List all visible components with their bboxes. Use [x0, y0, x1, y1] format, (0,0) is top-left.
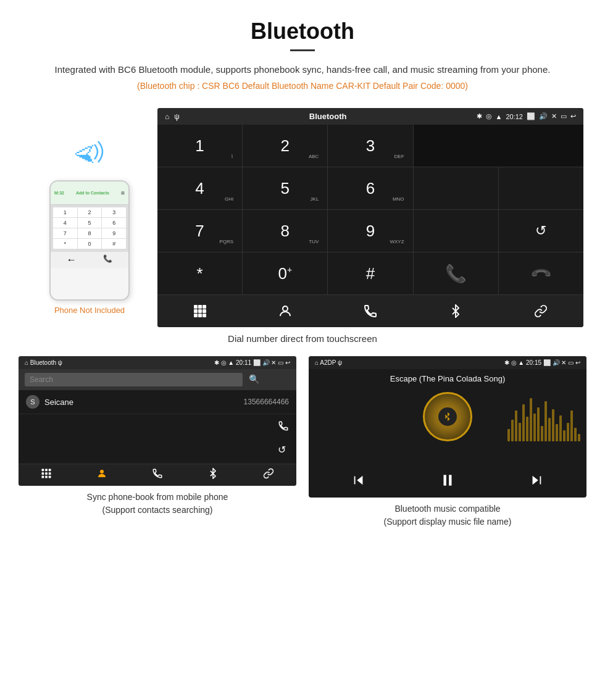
dial-key-9[interactable]: 9 WXYZ: [328, 210, 412, 252]
pb-status-bar: ⌂ Bluetooth ψ ✱ ◎ ▲ 20:11 ⬜ 🔊 ✕ ▭ ↩: [19, 356, 296, 369]
close-icon: ✕: [551, 112, 557, 120]
pb-refresh-icon[interactable]: ↺: [278, 444, 289, 456]
stereo-status-bar: ⌂ ψ Bluetooth ✱ ◎ ▲ 20:12 ⬜ 🔊 ✕ ▭ ↩: [157, 108, 583, 125]
dial-keypad[interactable]: 1 ⌇ 2 ABC 3 DEF 4 GHI 5 JKL: [157, 125, 583, 294]
music-song-title: Escape (The Pina Colada Song): [309, 369, 586, 386]
toolbar-contacts-icon[interactable]: [243, 300, 328, 322]
phonebook-caption-line2: (Support contacts searching): [102, 505, 213, 515]
pb-search-bar[interactable]: Search 🔍: [19, 369, 296, 390]
dial-key-7[interactable]: 7 PQRS: [157, 210, 242, 252]
svg-rect-12: [45, 469, 48, 472]
phone-add-contacts-label: Add to Contacts: [76, 191, 109, 195]
home-icon: ⌂: [165, 112, 169, 121]
prev-track-icon[interactable]: [352, 473, 365, 490]
pb-keypad-btn[interactable]: [41, 468, 52, 482]
dial-key-1[interactable]: 1 ⌇: [157, 125, 242, 167]
phone-key-6: 6: [102, 218, 126, 228]
svg-text:⮘: ⮘: [74, 143, 96, 168]
usb-icon: ψ: [174, 112, 180, 121]
toolbar-phone-icon[interactable]: [328, 300, 413, 322]
music-app-title: A2DP ψ: [320, 359, 342, 366]
back-icon: ↩: [570, 112, 576, 120]
redial-icon: ↺: [535, 223, 546, 239]
music-icons-right: ⬜ 🔊 ✕ ▭ ↩: [543, 359, 580, 366]
music-disc: [423, 392, 472, 441]
svg-rect-24: [449, 475, 451, 485]
svg-rect-19: [49, 476, 51, 478]
phone-key-9: 9: [102, 228, 126, 238]
svg-rect-2: [198, 305, 202, 309]
pb-title: Bluetooth ψ: [30, 359, 62, 366]
phone-screen-header: M:32 Add to Contacts ⊞: [51, 181, 128, 205]
dial-key-5[interactable]: 5 JKL: [243, 167, 327, 209]
pb-status-right: ✱ ◎ ▲ 20:11 ⬜ 🔊 ✕ ▭ ↩: [214, 359, 290, 366]
music-controls[interactable]: [309, 466, 586, 498]
music-status-right: ✱ ◎ ▲ 20:15 ⬜ 🔊 ✕ ▭ ↩: [504, 359, 580, 366]
music-status-bar: ⌂ A2DP ψ ✱ ◎ ▲ 20:15 ⬜ 🔊 ✕ ▭ ↩: [309, 356, 586, 369]
toolbar-keypad-icon[interactable]: [157, 300, 243, 322]
dial-key-8[interactable]: 8 TUV: [243, 210, 327, 252]
page-description: Integrated with BC6 Bluetooth module, su…: [37, 62, 568, 77]
phone-key-3: 3: [102, 207, 126, 217]
pb-icons-right: ⬜ 🔊 ✕ ▭ ↩: [253, 359, 290, 366]
svg-rect-4: [194, 309, 198, 313]
music-status-left: ⌂ A2DP ψ: [315, 359, 342, 366]
phone-key-0: 0: [78, 239, 102, 249]
svg-rect-23: [444, 475, 446, 485]
dial-key-3[interactable]: 3 DEF: [328, 125, 412, 167]
dial-key-2[interactable]: 2 ABC: [243, 125, 327, 167]
dial-empty-r3c4: [414, 210, 498, 252]
music-screen: ⌂ A2DP ψ ✱ ◎ ▲ 20:15 ⬜ 🔊 ✕ ▭ ↩ Escape (T…: [309, 356, 586, 498]
dial-redial-button[interactable]: ↺: [499, 210, 583, 252]
pb-status-left: ⌂ Bluetooth ψ: [25, 359, 62, 366]
dial-key-4[interactable]: 4 GHI: [157, 167, 242, 209]
phone-device-image: M:32 Add to Contacts ⊞ 1 2 3 4 5 6 7 8 9…: [49, 180, 130, 301]
bluetooth-status-icon: ✱: [477, 112, 482, 120]
dial-key-0[interactable]: 0+: [243, 252, 327, 294]
music-time-bar: [309, 448, 586, 466]
toolbar-link-icon[interactable]: [498, 300, 583, 322]
phone-call-icon: 📞: [103, 254, 112, 265]
svg-rect-13: [49, 469, 51, 472]
phone-key-hash: #: [102, 239, 126, 249]
svg-marker-25: [533, 476, 538, 485]
phone-key-8: 8: [78, 228, 102, 238]
dial-key-star[interactable]: *: [157, 252, 242, 294]
dial-call-button[interactable]: 📞: [414, 252, 498, 294]
pb-contacts-btn[interactable]: [96, 468, 107, 482]
phone-key-4: 4: [53, 218, 77, 228]
phone-key-5: 5: [78, 218, 102, 228]
location-icon: ◎: [486, 112, 492, 120]
dial-key-hash[interactable]: #: [328, 252, 412, 294]
svg-rect-16: [49, 472, 51, 475]
pb-link-btn[interactable]: [263, 468, 274, 482]
toolbar-bluetooth-icon[interactable]: [413, 300, 498, 322]
dial-key-6[interactable]: 6 MNO: [328, 167, 412, 209]
music-art-area: [309, 386, 586, 448]
phone-mockup-area: ⮘ M:32 Add to Contacts ⊞ 1 2 3 4 5 6 7 8: [22, 108, 157, 327]
signal-icon: ▲: [496, 113, 503, 120]
svg-rect-18: [45, 476, 48, 478]
play-pause-icon[interactable]: [440, 472, 456, 491]
pb-phone-icon[interactable]: [278, 420, 289, 434]
pb-call-btn[interactable]: [152, 468, 163, 482]
dial-end-button[interactable]: 📞: [499, 252, 583, 294]
music-signal-icons: ✱ ◎ ▲: [504, 359, 524, 366]
music-time: 20:15: [526, 359, 541, 366]
pb-bluetooth-btn[interactable]: [207, 468, 219, 482]
home-icon-music: ⌂: [315, 359, 319, 366]
pb-bottom-toolbar: [19, 464, 296, 486]
bottom-screenshots-row: ⌂ Bluetooth ψ ✱ ◎ ▲ 20:11 ⬜ 🔊 ✕ ▭ ↩ Sear…: [0, 356, 605, 528]
page-header: Bluetooth Integrated with BC6 Bluetooth …: [0, 0, 605, 108]
phonebook-screen: ⌂ Bluetooth ψ ✱ ◎ ▲ 20:11 ⬜ 🔊 ✕ ▭ ↩ Sear…: [19, 356, 296, 486]
svg-point-10: [283, 306, 288, 311]
dial-empty-r2c4: [414, 167, 498, 209]
phonebook-caption: Sync phone-book from mobile phone (Suppo…: [87, 491, 228, 517]
pb-search-input[interactable]: Search: [25, 373, 243, 386]
contact-number: 13566664466: [244, 398, 289, 406]
contact-row[interactable]: S Seicane 13566664466: [19, 390, 296, 414]
pb-time: 20:11: [236, 359, 251, 366]
pb-empty-space: ↺: [19, 414, 296, 464]
next-track-icon[interactable]: [530, 473, 543, 490]
phone-dial-grid: 1 2 3 4 5 6 7 8 9 * 0 #: [51, 205, 128, 251]
